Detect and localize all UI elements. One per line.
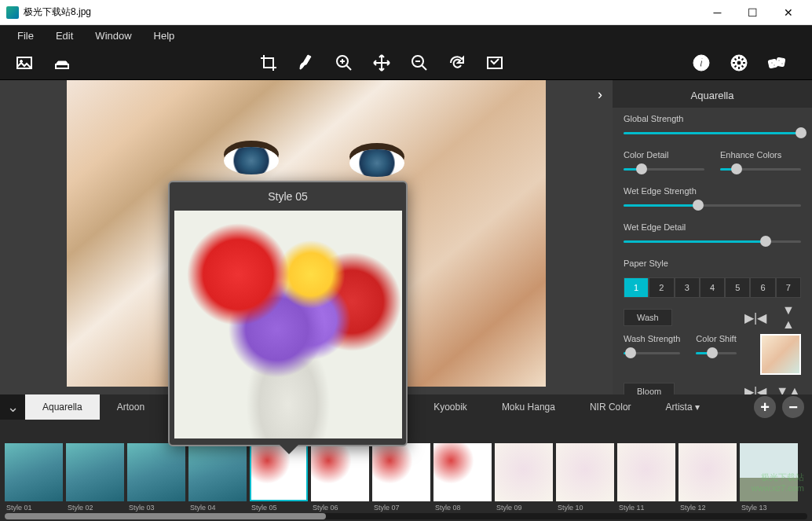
thumb-label: Style 11 xyxy=(617,501,675,512)
paper-style-6[interactable]: 6 xyxy=(750,277,775,298)
thumb-image xyxy=(250,443,308,501)
parameters-panel: Aquarella Global Strength Color Detail E… xyxy=(613,80,812,394)
style-thumb-11[interactable]: Style 11 xyxy=(617,443,675,512)
param-color-detail: Color Detail xyxy=(624,144,704,180)
style-thumb-3[interactable]: Style 03 xyxy=(127,443,185,512)
style-thumb-2[interactable]: Style 02 xyxy=(66,443,124,512)
tab-nir-color[interactable]: NIR Color xyxy=(572,394,649,420)
color-shift-slider[interactable] xyxy=(696,347,736,361)
flip-vertical-icon[interactable]: ▼▲ xyxy=(776,383,801,394)
svg-point-9 xyxy=(737,61,741,65)
svg-point-13 xyxy=(774,64,775,66)
thumb-image xyxy=(188,443,247,501)
global-strength-slider[interactable] xyxy=(624,127,801,141)
maximize-button[interactable]: ☐ xyxy=(735,0,770,25)
style-thumb-1[interactable]: Style 01 xyxy=(5,443,63,512)
svg-point-14 xyxy=(778,60,780,61)
tab-artista[interactable]: Artista ▾ xyxy=(649,394,717,420)
style-thumb-7[interactable]: Style 07 xyxy=(372,443,430,512)
crop-button[interactable] xyxy=(255,50,282,76)
zoom-out-button[interactable] xyxy=(406,50,433,76)
style-thumb-10[interactable]: Style 10 xyxy=(556,443,614,512)
style-thumb-4[interactable]: Style 04 xyxy=(188,443,247,512)
wet-edge-strength-slider[interactable] xyxy=(624,199,801,213)
tab-moku-hanga[interactable]: Moku Hanga xyxy=(485,394,572,420)
wash-strength-slider[interactable] xyxy=(624,347,680,361)
enhance-colors-slider[interactable] xyxy=(720,163,801,177)
style-thumb-5[interactable]: Style 05 xyxy=(250,443,308,512)
tabs-chevron-icon[interactable]: ⌄ xyxy=(0,394,25,420)
thumb-label: Style 02 xyxy=(66,501,124,512)
flip-horizontal-icon[interactable]: ▶|◀ xyxy=(743,309,768,326)
thumb-label: Style 12 xyxy=(678,501,737,512)
brush-button[interactable] xyxy=(293,50,320,76)
wet-edge-detail-slider[interactable] xyxy=(624,235,801,249)
collapse-sidebar-icon[interactable]: › xyxy=(592,86,608,102)
param-paper-style: Paper Style xyxy=(613,252,812,274)
param-label: Enhance Colors xyxy=(720,150,801,160)
zoom-in-button[interactable] xyxy=(331,50,357,76)
paper-style-1[interactable]: 1 xyxy=(624,277,649,298)
thumb-label: Style 09 xyxy=(495,501,553,512)
tooltip-preview-image xyxy=(174,211,402,438)
close-button[interactable]: ✕ xyxy=(770,0,806,25)
wash-grid: Wash Strength Color Shift xyxy=(613,331,812,378)
thumb-image xyxy=(127,443,185,501)
thumb-image xyxy=(495,443,553,501)
open-image-button[interactable] xyxy=(11,50,38,76)
paper-style-4[interactable]: 4 xyxy=(700,277,725,298)
style-thumb-9[interactable]: Style 09 xyxy=(495,443,553,512)
style-thumbnails[interactable]: Style 01Style 02Style 03Style 04Style 05… xyxy=(0,440,812,513)
flip-vertical-icon[interactable]: ▼▲ xyxy=(776,309,801,326)
paper-style-buttons: 1 2 3 4 5 6 7 xyxy=(613,274,812,304)
color-detail-slider[interactable] xyxy=(624,163,704,177)
panel-title: Aquarella xyxy=(613,80,812,108)
param-wet-edge-detail: Wet Edge Detail xyxy=(613,216,812,252)
window-title: 极光下载站8.jpg xyxy=(24,6,700,19)
flip-horizontal-icon[interactable]: ▶|◀ xyxy=(743,383,768,394)
param-color-shift: Color Shift xyxy=(696,334,736,361)
info-button[interactable]: i xyxy=(688,50,715,76)
tab-artoon[interactable]: Artoon xyxy=(100,394,162,420)
settings-button[interactable] xyxy=(726,50,752,76)
pan-button[interactable] xyxy=(368,50,395,76)
wash-color-swatch[interactable] xyxy=(760,334,801,375)
app-icon xyxy=(6,6,19,19)
add-preset-button[interactable]: + xyxy=(754,396,776,418)
thumb-label: Style 01 xyxy=(5,501,63,512)
thumb-image xyxy=(66,443,124,501)
style-thumb-13[interactable]: Style 13 xyxy=(740,443,798,512)
paper-style-3[interactable]: 3 xyxy=(675,277,700,298)
thumb-label: Style 13 xyxy=(740,501,798,512)
style-thumb-12[interactable]: Style 12 xyxy=(678,443,737,512)
menu-file[interactable]: File xyxy=(6,27,45,45)
tab-kyoobik[interactable]: Kyoobik xyxy=(416,394,485,420)
paper-style-2[interactable]: 2 xyxy=(649,277,674,298)
param-wet-edge-strength: Wet Edge Strength xyxy=(613,180,812,216)
menu-edit[interactable]: Edit xyxy=(45,27,84,45)
menu-help[interactable]: Help xyxy=(143,27,186,45)
param-label: Wet Edge Strength xyxy=(624,186,801,196)
remove-preset-button[interactable]: − xyxy=(782,396,804,418)
style-thumb-6[interactable]: Style 06 xyxy=(311,443,369,512)
thumb-image xyxy=(5,443,63,501)
bloom-button[interactable]: Bloom xyxy=(624,383,675,394)
thumb-label: Style 06 xyxy=(311,501,369,512)
wash-button[interactable]: Wash xyxy=(624,309,672,326)
redo-button[interactable] xyxy=(444,50,470,76)
fit-screen-button[interactable] xyxy=(481,50,508,76)
thumbnail-scrollbar[interactable] xyxy=(0,513,812,521)
tab-aquarella[interactable]: Aquarella xyxy=(25,394,100,420)
save-button[interactable] xyxy=(49,50,75,76)
minimize-button[interactable]: ─ xyxy=(700,0,735,25)
svg-rect-11 xyxy=(776,57,785,67)
menu-window[interactable]: Window xyxy=(84,27,142,45)
paper-style-7[interactable]: 7 xyxy=(776,277,801,298)
paper-style-5[interactable]: 5 xyxy=(725,277,750,298)
param-enhance-colors: Enhance Colors xyxy=(720,144,801,180)
param-label: Color Detail xyxy=(624,150,704,160)
randomize-button[interactable] xyxy=(763,50,790,76)
thumb-label: Style 03 xyxy=(127,501,185,512)
style-thumb-8[interactable]: Style 08 xyxy=(433,443,492,512)
thumb-image xyxy=(740,443,798,501)
